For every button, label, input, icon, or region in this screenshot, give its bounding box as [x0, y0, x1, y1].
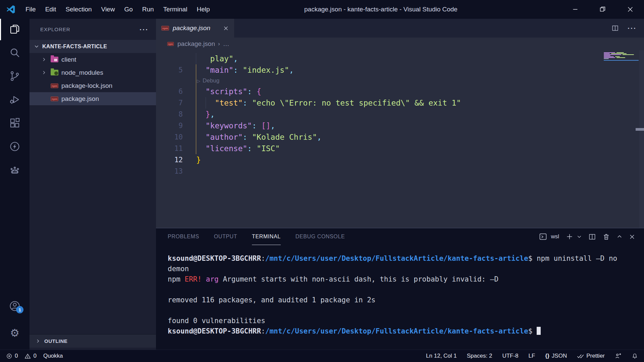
status-bar-left: 00Quokka: [6, 353, 63, 359]
code-editor[interactable]: play",5 "main": "index.js",▷Debug6 "scri…: [156, 50, 644, 228]
statusbar-encoding[interactable]: UTF-8: [502, 353, 518, 359]
terminal-line: ksound@DESKTOP-3BGCHRR:/mnt/c/Users/user…: [168, 326, 641, 337]
statusbar-language-mode[interactable]: {}JSON: [545, 353, 567, 359]
statusbar-feedback[interactable]: [615, 353, 622, 359]
editor-group: npm package.json ··· npm package.json › …: [156, 19, 644, 350]
explorer-title: EXPLORER: [40, 26, 70, 32]
braces-icon: {}: [545, 353, 549, 359]
menu-file[interactable]: File: [21, 3, 40, 15]
tree-indent: [40, 82, 48, 89]
launch-profile-chevron-icon[interactable]: [577, 234, 582, 239]
outline-section[interactable]: OUTLINE: [30, 334, 156, 348]
restore-button[interactable]: [589, 0, 616, 19]
new-terminal-icon[interactable]: [566, 233, 574, 241]
panel-tab-problems[interactable]: PROBLEMS: [168, 228, 199, 245]
code-line: 10 "author": "Kolade Chris",: [156, 131, 637, 143]
search-icon[interactable]: [0, 43, 30, 63]
menu-view[interactable]: View: [97, 3, 119, 15]
code-line: 12}: [156, 154, 637, 166]
file-label: package-lock.json: [61, 82, 112, 89]
accounts-badge: 1: [16, 306, 23, 313]
line-number: 11: [156, 144, 183, 153]
breadcrumb-more[interactable]: …: [223, 40, 229, 48]
code-line: play",: [156, 53, 637, 64]
panel-tab-debug-console[interactable]: DEBUG CONSOLE: [296, 228, 345, 245]
panel-tab-terminal[interactable]: TERMINAL: [252, 228, 281, 245]
line-number: 9: [156, 122, 183, 130]
title-bar: FileEditSelectionViewGoRunTerminalHelp p…: [0, 0, 644, 19]
statusbar-notifications[interactable]: [632, 353, 638, 359]
file-label: node_modules: [61, 69, 103, 76]
menu-run[interactable]: Run: [138, 3, 158, 15]
terminal-output[interactable]: ksound@DESKTOP-3BGCHRR:/mnt/c/Users/user…: [168, 253, 641, 337]
line-number: 7: [156, 99, 183, 107]
file-tree: clientnode_modulesnpmpackage-lock.jsonnp…: [30, 53, 156, 105]
settings-gear-icon[interactable]: ⚙: [0, 323, 30, 343]
menu-terminal[interactable]: Terminal: [159, 3, 192, 15]
split-terminal-icon[interactable]: [588, 233, 596, 241]
line-number: 12: [156, 156, 183, 164]
sidebar-item-client[interactable]: client: [30, 53, 156, 66]
statusbar-quokka[interactable]: Quokka: [43, 353, 63, 359]
statusbar-warnings-count[interactable]: 0: [24, 353, 36, 359]
code-content: "test": "echo \"Error: no test specified…: [196, 97, 461, 109]
statusbar-indentation[interactable]: Spaces: 2: [467, 353, 492, 359]
sidebar-item-package-json[interactable]: npmpackage.json: [30, 92, 156, 105]
statusbar-label: Quokka: [43, 353, 63, 359]
code-line: 7 "test": "echo \"Error: no test specifi…: [156, 97, 637, 109]
menu-selection[interactable]: Selection: [61, 3, 96, 15]
statusbar-errors-count[interactable]: 0: [6, 353, 18, 359]
tab-close-icon[interactable]: [223, 25, 229, 31]
root-folder-label: KANTE-FACTS-ARTICLE: [42, 44, 107, 50]
vscode-window: FileEditSelectionViewGoRunTerminalHelp p…: [0, 0, 644, 362]
workspace-root-folder[interactable]: KANTE-FACTS-ARTICLE: [30, 40, 156, 53]
code-line: 6 "scripts": {: [156, 86, 637, 97]
statusbar-formatter[interactable]: Prettier: [577, 353, 605, 359]
close-window-button[interactable]: [616, 0, 644, 19]
statusbar-cursor-position[interactable]: Ln 12, Col 1: [426, 353, 457, 359]
statusbar-label: Ln 12, Col 1: [426, 353, 457, 359]
sidebar-item-node-modules[interactable]: node_modules: [30, 66, 156, 79]
activity-bar: 1 ⚙: [0, 19, 30, 350]
sidebar-item-package-lock-json[interactable]: npmpackage-lock.json: [30, 79, 156, 92]
terminal-line: found 0 vulnerabilities: [168, 316, 641, 326]
folder-client-icon: [51, 57, 58, 62]
editor-scrollbar[interactable]: [639, 50, 644, 228]
menu-edit[interactable]: Edit: [41, 3, 61, 15]
line-number: 8: [156, 110, 183, 118]
minimap[interactable]: [604, 52, 639, 61]
maximize-panel-chevron-icon[interactable]: [616, 234, 623, 240]
accounts-icon[interactable]: 1: [0, 296, 30, 316]
source-control-icon[interactable]: [0, 66, 30, 86]
close-panel-icon[interactable]: [629, 234, 635, 240]
panel-tab-output[interactable]: OUTPUT: [214, 228, 237, 245]
explorer-more-actions-icon[interactable]: ···: [140, 25, 149, 34]
minimize-button[interactable]: [561, 0, 589, 19]
tab-package-json[interactable]: npm package.json: [156, 19, 234, 38]
code-content: play",: [196, 53, 238, 64]
file-label: package.json: [61, 95, 99, 103]
kill-terminal-icon[interactable]: [602, 233, 610, 241]
shell-label[interactable]: wsl: [551, 233, 559, 240]
run-debug-icon[interactable]: [0, 89, 30, 110]
split-editor-icon[interactable]: [611, 24, 619, 32]
explorer-icon[interactable]: [0, 19, 30, 39]
extensions-icon[interactable]: [0, 113, 30, 133]
npm-file-icon: npm: [167, 42, 174, 46]
breadcrumb[interactable]: npm package.json › …: [156, 38, 644, 50]
statusbar-label: Prettier: [586, 353, 605, 359]
more-actions-icon[interactable]: ···: [628, 24, 637, 32]
line-number: 10: [156, 133, 183, 141]
quokka-lightning-icon[interactable]: [0, 136, 30, 157]
breadcrumb-file[interactable]: package.json: [177, 40, 215, 48]
terminal-shell-icon[interactable]: [539, 233, 547, 241]
folder-node-icon: [51, 70, 58, 75]
warning-triangle-icon: [24, 353, 31, 359]
statusbar-eol[interactable]: LF: [529, 353, 535, 359]
paw-stats-icon[interactable]: [0, 160, 30, 180]
code-lines: play",5 "main": "index.js",▷Debug6 "scri…: [156, 53, 637, 177]
codelens-debug[interactable]: ▷Debug: [156, 76, 637, 86]
line-number: 13: [156, 167, 183, 175]
menu-help[interactable]: Help: [192, 3, 214, 15]
menu-go[interactable]: Go: [120, 3, 137, 15]
